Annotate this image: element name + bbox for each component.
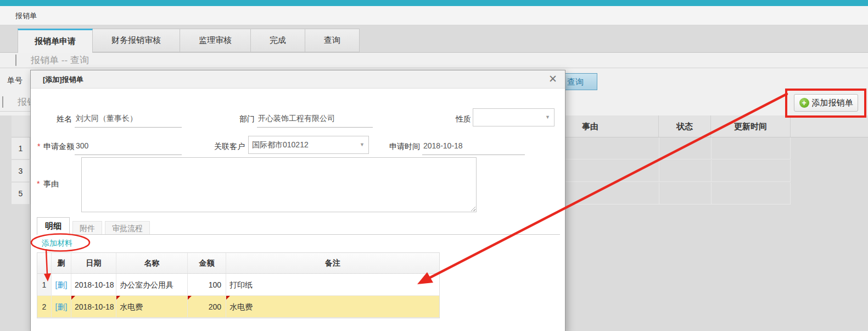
dialog-titlebar: [添加]报销单 ✕ xyxy=(31,70,565,89)
detail-table-header: 删 日期 名称 金额 备注 xyxy=(37,253,439,274)
col-header-status[interactable]: 状态 xyxy=(659,115,711,137)
col-header-updated[interactable]: 更新时间 xyxy=(711,115,791,137)
section-header-query: 报销单 -- 查询 xyxy=(15,54,89,67)
tab-query[interactable]: 查询 xyxy=(305,29,360,52)
delete-link[interactable]: [删] xyxy=(52,274,71,295)
section-title: 报销单 -- 查询 xyxy=(31,54,89,67)
dialog-title: [添加]报销单 xyxy=(43,70,83,89)
close-icon[interactable]: ✕ xyxy=(548,73,557,85)
department-label: 部门 xyxy=(239,110,255,128)
cell-remark[interactable]: 水电费 xyxy=(226,296,439,317)
resize-grip-icon[interactable] xyxy=(471,206,475,211)
app-window: ✱ 开心装修平台 ☰ ⌂工作台 ◔营销总控 ✎设计总控 ▤预算总控 ◈工程总控 … xyxy=(0,0,868,331)
chevron-down-icon: ▼ xyxy=(360,136,365,153)
row-number: 1 xyxy=(37,274,52,295)
department-field[interactable]: 开心装饰工程有限公司 xyxy=(257,110,373,128)
delete-link[interactable]: [删] xyxy=(52,296,71,317)
amount-label: 申请金额 xyxy=(43,137,74,156)
tab-attachments[interactable]: 附件 xyxy=(72,221,102,235)
col-date[interactable]: 日期 xyxy=(71,253,116,273)
table-row[interactable]: 1 [删] 2018-10-18 办公室办公用具 100 打印纸 xyxy=(37,274,439,296)
plus-icon: + xyxy=(799,98,809,108)
detail-table: 删 日期 名称 金额 备注 1 [删] 2018-10-18 办公室办公用具 1… xyxy=(37,252,440,318)
monitor-icon xyxy=(15,55,26,66)
reason-textarea[interactable] xyxy=(81,157,477,212)
tab-complete[interactable]: 完成 xyxy=(251,29,305,52)
top-nav-bar: ✱ 开心装修平台 ☰ ⌂工作台 ◔营销总控 ✎设计总控 ▤预算总控 ◈工程总控 … xyxy=(0,0,868,6)
workflow-tabs: 报销单申请 财务报销审核 监理审核 完成 查询 xyxy=(18,29,360,53)
section-divider xyxy=(0,68,868,68)
add-reimbursement-button[interactable]: + 添加报销单 xyxy=(794,94,858,112)
tab-approval-flow[interactable]: 审批流程 xyxy=(105,221,150,235)
col-rownum xyxy=(37,253,52,273)
tab-detail[interactable]: 明细 xyxy=(37,217,70,235)
col-header-reason[interactable]: 事由 xyxy=(567,115,659,137)
cell-amount[interactable]: 100 xyxy=(188,274,226,295)
modified-marker-icon xyxy=(71,296,75,300)
section-divider-2 xyxy=(0,111,33,112)
add-reimbursement-dialog: [添加]报销单 ✕ 姓名 刘大同（董事长） 部门 开心装饰工程有限公司 性质 ▼… xyxy=(30,70,565,331)
cell-date[interactable]: 2018-10-18 xyxy=(71,296,116,317)
order-number-label: 单号 xyxy=(7,72,23,89)
monitor-icon xyxy=(2,97,13,108)
tab-supervisor-audit[interactable]: 监理审核 xyxy=(180,29,251,52)
required-mark: * xyxy=(37,175,40,193)
apply-date-field[interactable]: 2018-10-18 xyxy=(422,137,525,155)
name-label: 姓名 xyxy=(57,110,72,128)
nature-label: 性质 xyxy=(456,110,471,128)
apply-date-label: 申请时间 xyxy=(389,137,420,156)
bg-row-number: 1 xyxy=(12,137,30,159)
col-delete[interactable]: 删 xyxy=(52,253,71,273)
modified-marker-icon xyxy=(226,296,230,300)
name-field[interactable]: 刘大同（董事长） xyxy=(75,110,182,128)
chevron-down-icon: ▼ xyxy=(545,109,550,126)
add-material-link[interactable]: 添加材料 xyxy=(42,239,72,249)
nature-select[interactable]: ▼ xyxy=(473,108,555,126)
page-title-strip: 报销单 xyxy=(0,6,868,25)
tab-finance-audit[interactable]: 财务报销审核 xyxy=(93,29,180,52)
bg-grid-header: 事由 状态 更新时间 xyxy=(567,115,868,137)
tabs-divider xyxy=(37,234,560,235)
brand-logo[interactable]: ✱ 开心装修平台 xyxy=(10,0,77,1)
bg-row-number: 3 xyxy=(12,160,30,182)
page-title: 报销单 xyxy=(15,6,37,25)
row-number: 2 xyxy=(37,296,52,317)
cell-date[interactable]: 2018-10-18 xyxy=(71,274,116,295)
customer-select[interactable]: 国际都市010212 ▼ xyxy=(248,136,369,154)
reason-label: 事由 xyxy=(43,175,59,193)
col-name[interactable]: 名称 xyxy=(116,253,188,273)
cell-name[interactable]: 办公室办公用具 xyxy=(116,274,188,295)
required-mark: * xyxy=(37,137,40,156)
amount-field[interactable]: 300 xyxy=(75,137,182,155)
bg-row-number: 5 xyxy=(12,183,30,205)
cell-remark[interactable]: 打印纸 xyxy=(226,274,439,295)
cell-name[interactable]: 水电费 xyxy=(116,296,188,317)
table-row-highlighted[interactable]: 2 [删] 2018-10-18 水电费 200 水电费 xyxy=(37,296,439,318)
customer-label: 关联客户 xyxy=(214,137,245,156)
cell-amount[interactable]: 200 xyxy=(188,296,226,317)
col-remark[interactable]: 备注 xyxy=(226,253,439,273)
modified-marker-icon xyxy=(188,296,192,300)
add-reimbursement-label: 添加报销单 xyxy=(812,98,853,108)
brand-name: 开心装修平台 xyxy=(21,0,77,1)
bg-grid-corner xyxy=(12,115,30,137)
modified-marker-icon xyxy=(116,296,120,300)
col-amount[interactable]: 金额 xyxy=(188,253,226,273)
tab-reimburse-apply[interactable]: 报销单申请 xyxy=(18,29,93,53)
